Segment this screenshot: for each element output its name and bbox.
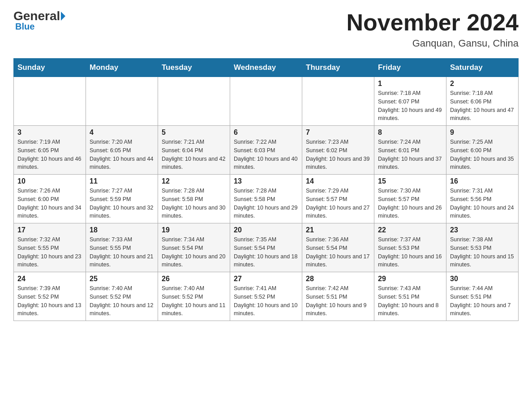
calendar-cell: 19Sunrise: 7:34 AM Sunset: 5:54 PM Dayli… [158,223,230,272]
day-info: Sunrise: 7:44 AM Sunset: 5:51 PM Dayligh… [450,284,515,318]
day-number: 29 [378,275,442,283]
calendar-cell: 25Sunrise: 7:40 AM Sunset: 5:52 PM Dayli… [86,272,158,321]
calendar-cell: 15Sunrise: 7:30 AM Sunset: 5:57 PM Dayli… [374,175,446,223]
calendar-cell: 28Sunrise: 7:42 AM Sunset: 5:51 PM Dayli… [302,272,374,321]
header: General Blue November 2024 Ganquan, Gans… [13,9,519,49]
calendar-cell: 21Sunrise: 7:36 AM Sunset: 5:54 PM Dayli… [302,223,374,272]
day-info: Sunrise: 7:32 AM Sunset: 5:55 PM Dayligh… [17,235,82,269]
calendar-week-row: 17Sunrise: 7:32 AM Sunset: 5:55 PM Dayli… [14,223,519,272]
calendar-week-row: 3Sunrise: 7:19 AM Sunset: 6:05 PM Daylig… [14,126,519,175]
calendar-cell: 4Sunrise: 7:20 AM Sunset: 6:05 PM Daylig… [86,126,158,175]
day-info: Sunrise: 7:35 AM Sunset: 5:54 PM Dayligh… [234,235,298,269]
day-info: Sunrise: 7:28 AM Sunset: 5:58 PM Dayligh… [162,187,226,220]
day-number: 8 [378,128,442,137]
day-number: 7 [306,128,370,137]
calendar-header-row: SundayMondayTuesdayWednesdayThursdayFrid… [14,59,519,77]
day-info: Sunrise: 7:21 AM Sunset: 6:04 PM Dayligh… [162,138,226,171]
day-number: 12 [162,177,226,185]
day-info: Sunrise: 7:28 AM Sunset: 5:58 PM Dayligh… [234,187,298,220]
calendar-cell: 3Sunrise: 7:19 AM Sunset: 6:05 PM Daylig… [14,126,86,175]
calendar-cell: 26Sunrise: 7:40 AM Sunset: 5:52 PM Dayli… [158,272,230,321]
day-header-sunday: Sunday [14,59,86,77]
title-area: November 2024 Ganquan, Gansu, China [347,9,519,49]
calendar-cell: 24Sunrise: 7:39 AM Sunset: 5:52 PM Dayli… [14,272,86,321]
calendar-cell: 16Sunrise: 7:31 AM Sunset: 5:56 PM Dayli… [446,175,519,223]
day-number: 21 [306,226,370,234]
day-info: Sunrise: 7:40 AM Sunset: 5:52 PM Dayligh… [90,284,154,318]
calendar-cell: 13Sunrise: 7:28 AM Sunset: 5:58 PM Dayli… [230,175,302,223]
logo-blue: Blue [15,21,34,32]
day-info: Sunrise: 7:23 AM Sunset: 6:02 PM Dayligh… [306,138,370,171]
day-header-wednesday: Wednesday [230,59,302,77]
logo-triangle-icon [61,12,65,21]
day-number: 16 [450,177,515,185]
day-info: Sunrise: 7:36 AM Sunset: 5:54 PM Dayligh… [306,235,370,269]
day-number: 18 [90,226,154,234]
day-number: 11 [90,177,154,185]
calendar-cell [158,77,230,126]
day-info: Sunrise: 7:29 AM Sunset: 5:57 PM Dayligh… [306,187,370,220]
day-number: 26 [162,275,226,283]
logo: General Blue [13,9,66,32]
calendar-cell: 6Sunrise: 7:22 AM Sunset: 6:03 PM Daylig… [230,126,302,175]
day-number: 28 [306,275,370,283]
day-header-friday: Friday [374,59,446,77]
day-info: Sunrise: 7:18 AM Sunset: 6:07 PM Dayligh… [378,89,442,123]
calendar-cell: 22Sunrise: 7:37 AM Sunset: 5:53 PM Dayli… [374,223,446,272]
day-info: Sunrise: 7:37 AM Sunset: 5:53 PM Dayligh… [378,235,442,269]
day-info: Sunrise: 7:18 AM Sunset: 6:06 PM Dayligh… [450,89,515,123]
day-info: Sunrise: 7:22 AM Sunset: 6:03 PM Dayligh… [234,138,298,171]
day-info: Sunrise: 7:34 AM Sunset: 5:54 PM Dayligh… [162,235,226,269]
day-number: 20 [234,226,298,234]
day-info: Sunrise: 7:42 AM Sunset: 5:51 PM Dayligh… [306,284,370,318]
day-info: Sunrise: 7:33 AM Sunset: 5:55 PM Dayligh… [90,235,154,269]
calendar-week-row: 24Sunrise: 7:39 AM Sunset: 5:52 PM Dayli… [14,272,519,321]
day-number: 3 [17,128,82,137]
day-number: 15 [378,177,442,185]
day-number: 23 [450,226,515,234]
calendar-cell: 14Sunrise: 7:29 AM Sunset: 5:57 PM Dayli… [302,175,374,223]
day-number: 22 [378,226,442,234]
day-header-tuesday: Tuesday [158,59,230,77]
day-number: 14 [306,177,370,185]
calendar-cell: 8Sunrise: 7:24 AM Sunset: 6:01 PM Daylig… [374,126,446,175]
day-info: Sunrise: 7:31 AM Sunset: 5:56 PM Dayligh… [450,187,515,220]
month-title: November 2024 [347,9,519,36]
calendar-week-row: 10Sunrise: 7:26 AM Sunset: 6:00 PM Dayli… [14,175,519,223]
day-number: 13 [234,177,298,185]
day-number: 25 [90,275,154,283]
calendar-cell: 20Sunrise: 7:35 AM Sunset: 5:54 PM Dayli… [230,223,302,272]
calendar-cell: 30Sunrise: 7:44 AM Sunset: 5:51 PM Dayli… [446,272,519,321]
calendar-cell [230,77,302,126]
day-number: 27 [234,275,298,283]
day-number: 19 [162,226,226,234]
calendar-cell: 5Sunrise: 7:21 AM Sunset: 6:04 PM Daylig… [158,126,230,175]
day-number: 4 [90,128,154,137]
day-number: 10 [17,177,82,185]
day-info: Sunrise: 7:39 AM Sunset: 5:52 PM Dayligh… [17,284,82,318]
day-info: Sunrise: 7:41 AM Sunset: 5:52 PM Dayligh… [234,284,298,318]
day-header-saturday: Saturday [446,59,519,77]
day-number: 24 [17,275,82,283]
calendar-cell: 1Sunrise: 7:18 AM Sunset: 6:07 PM Daylig… [374,77,446,126]
day-number: 9 [450,128,515,137]
day-info: Sunrise: 7:26 AM Sunset: 6:00 PM Dayligh… [17,187,82,220]
day-info: Sunrise: 7:30 AM Sunset: 5:57 PM Dayligh… [378,187,442,220]
day-number: 2 [450,80,515,88]
location-subtitle: Ganquan, Gansu, China [347,38,519,49]
day-info: Sunrise: 7:40 AM Sunset: 5:52 PM Dayligh… [162,284,226,318]
day-info: Sunrise: 7:38 AM Sunset: 5:53 PM Dayligh… [450,235,515,269]
day-info: Sunrise: 7:25 AM Sunset: 6:00 PM Dayligh… [450,138,515,171]
calendar-cell: 10Sunrise: 7:26 AM Sunset: 6:00 PM Dayli… [14,175,86,223]
calendar-cell: 29Sunrise: 7:43 AM Sunset: 5:51 PM Dayli… [374,272,446,321]
calendar-cell [86,77,158,126]
calendar-week-row: 1Sunrise: 7:18 AM Sunset: 6:07 PM Daylig… [14,77,519,126]
day-number: 17 [17,226,82,234]
calendar-cell: 2Sunrise: 7:18 AM Sunset: 6:06 PM Daylig… [446,77,519,126]
calendar-cell: 12Sunrise: 7:28 AM Sunset: 5:58 PM Dayli… [158,175,230,223]
day-info: Sunrise: 7:43 AM Sunset: 5:51 PM Dayligh… [378,284,442,318]
day-info: Sunrise: 7:20 AM Sunset: 6:05 PM Dayligh… [90,138,154,171]
day-info: Sunrise: 7:19 AM Sunset: 6:05 PM Dayligh… [17,138,82,171]
calendar-cell: 18Sunrise: 7:33 AM Sunset: 5:55 PM Dayli… [86,223,158,272]
day-number: 1 [378,80,442,88]
